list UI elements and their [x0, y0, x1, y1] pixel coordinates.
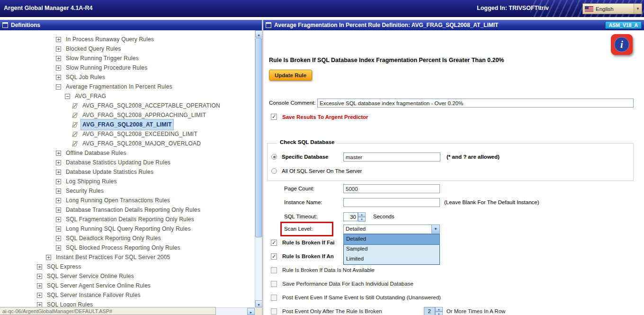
tree-item-label[interactable]: SQL Server Agent Service Online Rules: [45, 280, 152, 291]
expand-icon[interactable]: +: [56, 207, 61, 213]
tree-item-label[interactable]: In Process Runaway Query Rules: [64, 34, 155, 45]
tree-item-label[interactable]: AVG_FRAG_SQL2008_MAJOR_OVERLOAD: [81, 138, 202, 149]
tree-item[interactable]: AVG_FRAG_SQL2008_MAJOR_OVERLOAD: [0, 139, 255, 148]
expand-icon[interactable]: +: [46, 255, 51, 260]
stepper-arrows-icon[interactable]: [358, 212, 366, 221]
tree-item[interactable]: +Blocked Query Rules: [0, 44, 255, 54]
expand-icon[interactable]: +: [56, 189, 61, 194]
tree-item-label[interactable]: AVG_FRAG_SQL2008_EXCEEDING_LIMIT: [81, 129, 199, 139]
tree-item-label[interactable]: SQL Logon Rules: [45, 299, 94, 307]
scroll-up-icon[interactable]: [255, 30, 262, 37]
scan-level-option[interactable]: Sampled: [344, 244, 439, 254]
stepper-arrows-icon[interactable]: [435, 307, 443, 315]
tree-item[interactable]: +SQL Server Instance Failover Rules: [0, 290, 255, 300]
checkbox[interactable]: [271, 267, 277, 273]
tree-item[interactable]: +SQL Server Service Online Rules: [0, 271, 255, 281]
expand-icon[interactable]: +: [56, 56, 61, 61]
all-sql-server-radio[interactable]: [271, 168, 277, 174]
tree-item-label[interactable]: SQL Server Service Online Rules: [45, 271, 135, 281]
tree-item-label[interactable]: Database Statistics Updating Due Rules: [64, 157, 172, 168]
tree-item-label[interactable]: AVG_FRAG: [73, 91, 107, 101]
tree-item-label[interactable]: Long Running Open Transactions Rules: [64, 195, 171, 206]
checkbox[interactable]: [271, 295, 277, 301]
tree-item-label[interactable]: AVG_FRAG_SQL2008_APPROACHING_LIMIT: [81, 110, 207, 120]
tree-item[interactable]: +SQL Fragmentation Details Reporting Onl…: [0, 215, 255, 224]
scan-level-combobox[interactable]: Detailed: [343, 225, 440, 234]
update-rule-button[interactable]: Update Rule: [269, 70, 312, 81]
expand-icon[interactable]: +: [37, 283, 42, 288]
sql-timeout-input[interactable]: [343, 212, 358, 221]
tree-item[interactable]: −Average Fragmentation In Percent Rules: [0, 82, 255, 91]
info-icon[interactable]: i: [611, 34, 633, 55]
language-selector[interactable]: English: [582, 3, 642, 14]
tree-item[interactable]: +Offline Database Rules: [0, 148, 255, 158]
tree-item-label[interactable]: AVG_FRAG_SQL2008_ACCEPTABLE_OPERATION: [81, 100, 222, 111]
checkbox[interactable]: ✓: [271, 240, 277, 246]
tree-item[interactable]: +In Process Runaway Query Rules: [0, 35, 255, 44]
tree-item[interactable]: AVG_FRAG_SQL2008_APPROACHING_LIMIT: [0, 110, 255, 120]
tree-item-label[interactable]: Instant Best Practices For SQL Server 20…: [54, 252, 171, 262]
tree-item[interactable]: +SQL Express: [0, 262, 255, 271]
specific-database-radio[interactable]: [271, 154, 277, 160]
combo-dropdown-arrow-icon[interactable]: [431, 225, 439, 234]
expand-icon[interactable]: +: [37, 264, 42, 270]
tree-item[interactable]: +Database Update Statistics Rules: [0, 167, 255, 177]
tree-item[interactable]: +Long Running SQL Query Reporting Only R…: [0, 224, 255, 234]
expand-icon[interactable]: +: [56, 245, 61, 251]
collapse-icon[interactable]: −: [56, 84, 61, 90]
times-in-row-stepper[interactable]: 2: [424, 307, 443, 315]
tree-item-label[interactable]: Database Transaction Details Reporting O…: [64, 205, 202, 215]
tree-item[interactable]: −AVG_FRAG: [0, 91, 255, 101]
expand-icon[interactable]: +: [56, 37, 61, 42]
tree-item[interactable]: AVG_FRAG_SQL2008_ACCEPTABLE_OPERATION: [0, 101, 255, 110]
asm-version-badge[interactable]: ASM_V18_A: [605, 21, 642, 29]
scan-level-option[interactable]: Detailed: [344, 234, 439, 244]
save-predictor-checkbox[interactable]: ✓: [271, 114, 277, 120]
tree-item[interactable]: +Slow Running Procedure Rules: [0, 63, 255, 72]
expand-icon[interactable]: +: [56, 75, 61, 80]
tree-item-label[interactable]: Log Shipping Rules: [64, 176, 118, 187]
instance-name-input[interactable]: [343, 198, 440, 207]
tree-item-label[interactable]: SQL Deadlock Reporting Only Rules: [64, 233, 162, 243]
tree-item[interactable]: +SQL Logon Rules: [0, 300, 255, 307]
expand-icon[interactable]: +: [37, 274, 42, 279]
checkbox[interactable]: ✓: [271, 253, 277, 260]
vertical-scroll-thumb[interactable]: [255, 38, 262, 237]
expand-icon[interactable]: +: [56, 151, 61, 156]
tree-item[interactable]: +Database Statistics Updating Due Rules: [0, 158, 255, 167]
scroll-right-icon[interactable]: [247, 308, 255, 315]
tree-item-label[interactable]: AVG_FRAG_SQL2008_AT_LIMIT: [81, 119, 173, 130]
tree-item[interactable]: AVG_FRAG_SQL2008_AT_LIMIT: [0, 120, 255, 129]
expand-icon[interactable]: +: [37, 302, 42, 307]
tree-item-label[interactable]: Offline Database Rules: [64, 148, 128, 158]
language-dropdown-arrow-icon[interactable]: [634, 4, 642, 14]
tree-item[interactable]: +SQL Deadlock Reporting Only Rules: [0, 234, 255, 243]
tree-item[interactable]: +SQL Blocked Process Reporting Only Rule…: [0, 243, 255, 252]
tree-item-label[interactable]: SQL Express: [45, 261, 82, 272]
tree-item-label[interactable]: SQL Server Instance Failover Rules: [45, 290, 142, 300]
tree-item-label[interactable]: Database Update Statistics Rules: [64, 167, 155, 177]
tree-item-label[interactable]: SQL Blocked Process Reporting Only Rules: [64, 243, 182, 253]
tree-item-label[interactable]: SQL Job Rules: [64, 72, 107, 82]
expand-icon[interactable]: +: [56, 179, 61, 184]
tree-item-label[interactable]: Average Fragmentation In Percent Rules: [64, 81, 174, 92]
expand-icon[interactable]: +: [56, 46, 61, 52]
expand-icon[interactable]: +: [56, 170, 61, 175]
tree-item[interactable]: +Database Transaction Details Reporting …: [0, 205, 255, 215]
expand-icon[interactable]: +: [56, 65, 61, 71]
sql-timeout-stepper[interactable]: [343, 212, 366, 221]
expand-icon[interactable]: +: [37, 293, 42, 298]
expand-icon[interactable]: +: [56, 236, 61, 241]
tree-item[interactable]: +Log Shipping Rules: [0, 177, 255, 186]
expand-icon[interactable]: +: [56, 160, 61, 165]
page-count-input[interactable]: [343, 184, 440, 193]
tree-item[interactable]: +Long Running Open Transactions Rules: [0, 196, 255, 205]
tree-item-label[interactable]: Blocked Query Rules: [64, 44, 123, 54]
expand-icon[interactable]: +: [56, 226, 61, 232]
scan-level-option[interactable]: Limited: [344, 254, 439, 264]
expand-icon[interactable]: +: [56, 217, 61, 222]
expand-icon[interactable]: +: [56, 198, 61, 203]
checkbox[interactable]: [271, 308, 277, 315]
tree-item[interactable]: +Instant Best Practices For SQL Server 2…: [0, 252, 255, 262]
specific-database-input[interactable]: [343, 153, 440, 162]
